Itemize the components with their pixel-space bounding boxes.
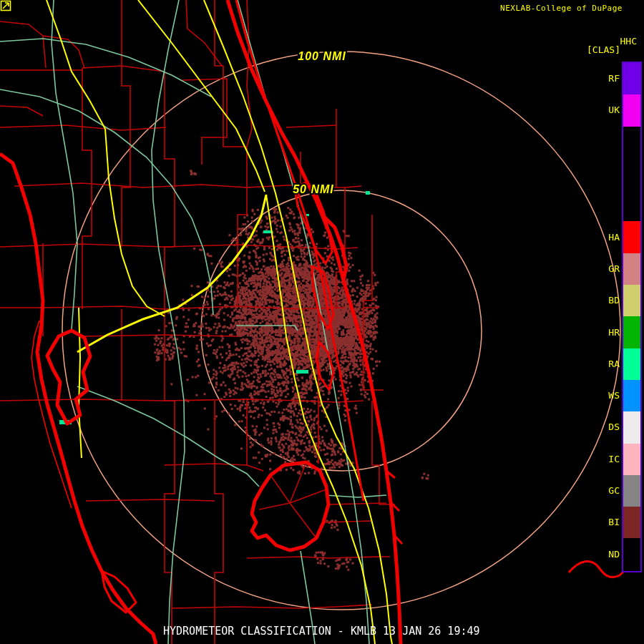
legend-label-BD: BD (608, 295, 620, 306)
coastlines (0, 0, 625, 644)
legend-swatch-WS (623, 380, 640, 411)
offshore-squiggle (569, 561, 625, 577)
legend-swatch-HR (623, 316, 640, 348)
legend-label-BI: BI (608, 517, 620, 527)
highways (47, 0, 392, 644)
legend-swatch-ND (623, 538, 640, 570)
legend-swatch-RA (623, 348, 640, 380)
ring-label-50nmi: 50 NMI (293, 183, 334, 195)
brand-label: NEXLAB-College of DuPage (500, 4, 623, 13)
legend-label-IC: IC (608, 454, 620, 464)
status-bar-text: HYDROMETEOR CLASSIFICATION - KMLB 13 JAN… (163, 625, 480, 638)
legend-label-HA: HA (608, 232, 620, 243)
legend-swatch-UK (623, 94, 640, 126)
legend-label-RF: RF (608, 73, 620, 84)
lake-okeechobee (252, 462, 328, 550)
county-boundaries (0, 0, 395, 644)
legend-label-DS: DS (608, 421, 620, 432)
product-code-label: HHC (620, 36, 637, 47)
legend-swatch-GC (623, 475, 640, 507)
east-coastline (228, 0, 401, 644)
legend-label-RA: RA (608, 358, 620, 369)
legend-label-WS: WS (608, 390, 620, 401)
merritt-island-lagoons (295, 182, 333, 390)
legend-label-HR: HR (608, 327, 620, 338)
legend-swatch-GR (623, 253, 640, 285)
legend-label-GC: GC (608, 485, 620, 496)
radar-display[interactable]: 50 NMI 100 NMI NEXLAB-College of DuPage … (0, 0, 644, 644)
legend-swatch-gap (623, 127, 640, 222)
legend-swatch-RF (623, 63, 640, 94)
expand-arrow-icon[interactable] (0, 0, 11, 11)
map-lines-layer: 50 NMI 100 NMI (0, 0, 644, 644)
tampa-bay (47, 331, 90, 424)
legend-label-UK: UK (608, 104, 620, 115)
legend-swatch-IC (623, 444, 640, 475)
legend-swatch-BD (623, 285, 640, 316)
legend-swatch-HA (623, 221, 640, 253)
legend-label-GR: GR (608, 263, 620, 274)
ring-label-100nmi: 100 NMI (298, 50, 346, 62)
legend-swatch-BI (623, 507, 640, 538)
legend-label-ND: ND (608, 549, 620, 560)
legend-swatch-DS (623, 411, 640, 443)
product-mode-tag: [CLAS] (587, 44, 620, 55)
legend-color-bar (622, 62, 642, 572)
secondary-roads (0, 0, 386, 644)
